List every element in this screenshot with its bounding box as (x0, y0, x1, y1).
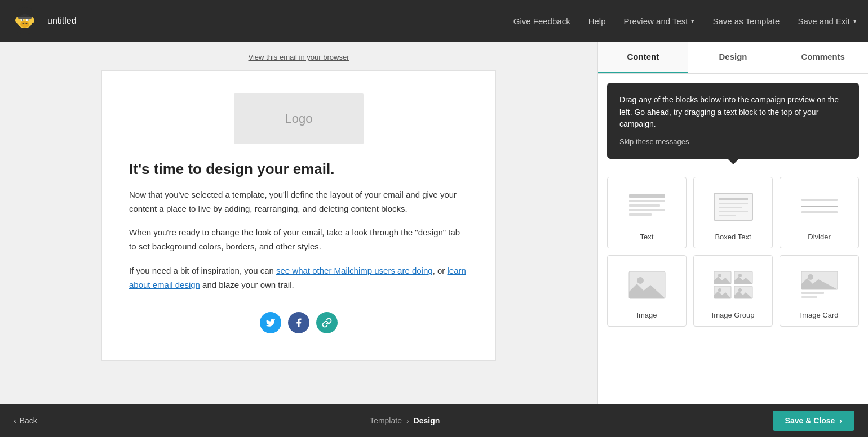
tab-comments[interactable]: Comments (778, 42, 868, 73)
email-body: Now that you've selected a template, you… (129, 188, 468, 292)
svg-rect-37 (801, 296, 817, 298)
twitter-icon[interactable] (260, 312, 281, 333)
back-button[interactable]: ‹ Back (14, 416, 37, 425)
block-boxed-text[interactable]: Boxed Text (693, 177, 773, 248)
blocks-grid: Text Boxed Text (598, 168, 868, 336)
preview-and-test-link[interactable]: Preview and Test ▾ (624, 16, 695, 26)
mailchimp-logo (11, 7, 38, 34)
email-heading: It's time to design your email. (129, 160, 468, 179)
email-para-1: Now that you've selected a template, you… (129, 188, 468, 216)
svg-rect-12 (629, 204, 660, 207)
skip-messages-link[interactable]: Skip these messages (619, 136, 847, 148)
breadcrumb-separator-icon: › (406, 416, 409, 425)
block-image[interactable]: Image (607, 255, 687, 327)
mailchimp-users-link[interactable]: see what other Mailchimp users are doing (276, 266, 433, 275)
breadcrumb-current: Design (414, 416, 440, 425)
email-card: Logo It's time to design your email. Now… (101, 70, 496, 361)
bottom-bar: ‹ Back Template › Design Save & Close › (0, 404, 868, 437)
svg-point-25 (637, 277, 644, 284)
block-boxed-text-label: Boxed Text (715, 233, 751, 241)
svg-rect-18 (719, 207, 742, 208)
svg-point-31 (718, 288, 721, 292)
svg-rect-14 (629, 213, 652, 216)
help-link[interactable]: Help (588, 16, 606, 26)
block-image-card[interactable]: Image Card (780, 255, 859, 327)
tooltip-box: Drag any of the blocks below into the ca… (607, 83, 859, 159)
facebook-icon[interactable] (288, 312, 309, 333)
view-browser-link[interactable]: View this email in your browser (249, 53, 349, 61)
breadcrumb: Template › Design (37, 416, 773, 425)
svg-rect-13 (629, 209, 665, 211)
block-image-group-label: Image Group (712, 311, 755, 319)
tooltip-text: Drag any of the blocks below into the ca… (619, 95, 839, 128)
preview-chevron-icon: ▾ (691, 17, 694, 25)
email-preview-panel: View this email in your browser Logo It'… (0, 42, 597, 404)
save-exit-chevron-icon: ▾ (853, 17, 857, 25)
svg-rect-11 (629, 200, 665, 202)
right-panel: Content Design Comments Drag any of the … (597, 42, 868, 404)
nav-actions: Give Feedback Help Preview and Test ▾ Sa… (513, 16, 857, 26)
svg-point-6 (28, 19, 29, 20)
tab-content[interactable]: Content (598, 42, 688, 73)
save-close-chevron-icon: › (839, 416, 842, 425)
logo-placeholder: Logo (234, 93, 364, 144)
save-as-template-link[interactable]: Save as Template (712, 16, 780, 26)
svg-rect-10 (629, 194, 665, 198)
block-text[interactable]: Text (607, 177, 687, 248)
link-icon[interactable] (316, 312, 338, 333)
tab-design[interactable]: Design (688, 42, 778, 73)
save-close-button[interactable]: Save & Close › (773, 411, 854, 431)
svg-rect-19 (719, 211, 748, 212)
save-and-exit-link[interactable]: Save and Exit ▾ (798, 16, 857, 26)
svg-rect-16 (719, 198, 748, 200)
panel-tabs: Content Design Comments (598, 42, 868, 74)
back-chevron-icon: ‹ (14, 416, 16, 425)
svg-point-5 (22, 19, 23, 20)
main-area: View this email in your browser Logo It'… (0, 42, 868, 404)
top-nav: untitled Give Feedback Help Preview and … (0, 0, 868, 42)
svg-point-35 (808, 274, 813, 280)
block-divider-label: Divider (808, 233, 830, 241)
block-text-label: Text (640, 233, 654, 241)
svg-rect-17 (719, 203, 748, 204)
social-icons (129, 312, 468, 333)
block-divider[interactable]: Divider (780, 177, 859, 248)
block-image-label: Image (636, 311, 657, 319)
block-image-card-label: Image Card (800, 311, 839, 319)
svg-rect-21 (801, 199, 838, 201)
svg-rect-20 (719, 215, 736, 216)
give-feedback-link[interactable]: Give Feedback (513, 16, 570, 26)
email-para-3: If you need a bit of inspiration, you ca… (129, 264, 468, 292)
svg-rect-9 (18, 17, 32, 19)
email-para-2: When you're ready to change the look of … (129, 226, 468, 254)
block-image-group[interactable]: Image Group (693, 255, 773, 327)
campaign-title: untitled (47, 16, 513, 26)
svg-rect-36 (801, 292, 824, 294)
svg-point-27 (718, 274, 721, 277)
svg-rect-23 (801, 211, 838, 213)
